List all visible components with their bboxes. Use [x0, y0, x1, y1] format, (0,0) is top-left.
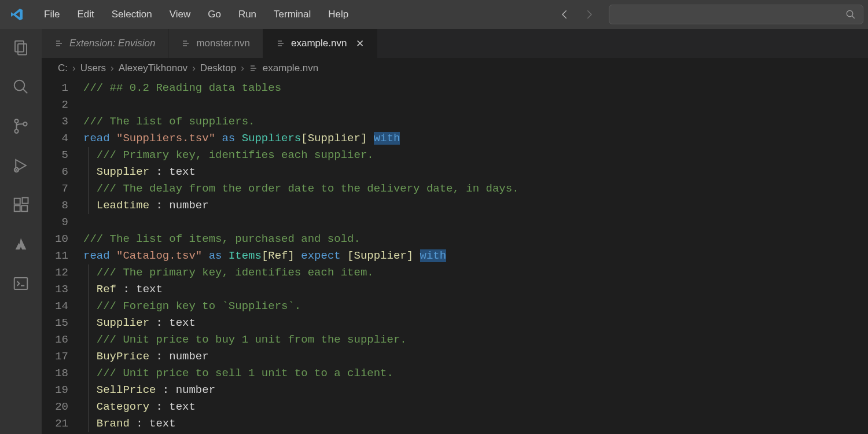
- breadcrumb-segment[interactable]: C:: [58, 62, 68, 74]
- atlassian-icon[interactable]: [9, 233, 32, 256]
- line-number: 19: [42, 382, 68, 399]
- code-line[interactable]: /// Primary key, identifies each supplie…: [83, 147, 868, 164]
- menu-item-run[interactable]: Run: [230, 5, 264, 24]
- breadcrumb-segment[interactable]: Desktop: [200, 62, 236, 74]
- svg-point-6: [23, 122, 27, 126]
- code-line[interactable]: Supplier : text: [83, 164, 868, 181]
- tab-extension-envision[interactable]: Extension: Envision: [42, 29, 168, 58]
- token-kw: read: [83, 132, 116, 145]
- code-line[interactable]: SellPrice : number: [83, 382, 868, 399]
- token-plain: : text: [116, 283, 163, 296]
- source-control-icon[interactable]: [9, 115, 32, 138]
- token-kw: as: [202, 249, 229, 262]
- explorer-icon[interactable]: [9, 36, 32, 59]
- code-line[interactable]: [83, 214, 868, 231]
- code-line[interactable]: /// The list of items, purchased and sol…: [83, 231, 868, 248]
- nav-back-button[interactable]: [559, 9, 572, 20]
- indent-guide: [88, 382, 89, 399]
- menu-item-selection[interactable]: Selection: [104, 5, 160, 24]
- token-kw-sel: with: [420, 249, 447, 262]
- breadcrumb-segment[interactable]: AlexeyTikhonov: [119, 62, 187, 74]
- code-line[interactable]: BuyPrice : number: [83, 348, 868, 365]
- code-content[interactable]: /// ## 0.2 Reading data tables/// The li…: [83, 80, 868, 434]
- code-line[interactable]: Supplier : text: [83, 315, 868, 332]
- search-icon[interactable]: [9, 75, 32, 98]
- code-line[interactable]: read "Catalog.tsv" as Items[Ref] expect …: [83, 248, 868, 264]
- title-bar: FileEditSelectionViewGoRunTerminalHelp: [0, 0, 868, 29]
- code-line[interactable]: /// Foreign key to `Suppliers`.: [83, 298, 868, 315]
- tab-example-nvn[interactable]: example.nvn✕: [263, 29, 377, 58]
- token-id: Brand: [97, 417, 130, 430]
- token-plain: : number: [149, 350, 209, 363]
- editor-tabs: Extension: Envisionmonster.nvnexample.nv…: [42, 29, 868, 58]
- line-number: 15: [42, 315, 68, 332]
- code-line[interactable]: /// The list of suppliers.: [83, 113, 868, 130]
- token-comment: /// The delay from the order date to the…: [97, 182, 519, 195]
- code-editor[interactable]: 123456789101112131415161718192021 /// ##…: [42, 79, 868, 434]
- breadcrumb-segment[interactable]: Users: [80, 62, 106, 74]
- indent-guide: [88, 348, 89, 365]
- line-number: 16: [42, 332, 68, 348]
- run-debug-icon[interactable]: [9, 154, 32, 177]
- menu-item-view[interactable]: View: [161, 5, 199, 24]
- code-line[interactable]: Leadtime : number: [83, 197, 868, 214]
- line-number: 21: [42, 415, 68, 432]
- code-line[interactable]: Ref : text: [83, 281, 868, 298]
- code-line[interactable]: /// ## 0.2 Reading data tables: [83, 80, 868, 97]
- menu-item-help[interactable]: Help: [320, 5, 356, 24]
- token-plain: : number: [149, 199, 209, 212]
- token-plain: : text: [130, 417, 176, 430]
- extensions-icon[interactable]: [9, 193, 32, 216]
- code-line[interactable]: /// The primary key, identifies each ite…: [83, 264, 868, 281]
- menu-item-edit[interactable]: Edit: [69, 5, 102, 24]
- token-kw-sel: with: [374, 132, 400, 145]
- code-line[interactable]: read "Suppliers.tsv" as Suppliers[Suppli…: [83, 130, 868, 147]
- code-line[interactable]: Category : text: [83, 399, 868, 415]
- terminal-panel-icon[interactable]: [9, 272, 32, 295]
- menu-item-terminal[interactable]: Terminal: [266, 5, 319, 24]
- close-icon[interactable]: ✕: [356, 38, 364, 50]
- code-line[interactable]: [83, 97, 868, 113]
- breadcrumb[interactable]: C:›Users›AlexeyTikhonov›Desktop›example.…: [42, 58, 868, 79]
- token-comment: /// The list of items, purchased and sol…: [83, 233, 361, 245]
- svg-rect-11: [23, 198, 28, 204]
- code-line[interactable]: Brand : text: [83, 415, 868, 432]
- token-str: "Catalog.tsv": [116, 249, 202, 262]
- file-list-icon: [54, 39, 64, 48]
- svg-point-4: [14, 119, 18, 123]
- menu-item-file[interactable]: File: [36, 5, 68, 24]
- code-line[interactable]: /// Unit price to buy 1 unit from the su…: [83, 332, 868, 348]
- line-number: 20: [42, 399, 68, 415]
- svg-rect-2: [18, 44, 27, 55]
- token-comment: /// The list of suppliers.: [83, 115, 255, 128]
- tab-monster-nvn[interactable]: monster.nvn: [168, 29, 263, 58]
- indent-guide: [88, 264, 89, 281]
- menu-item-go[interactable]: Go: [200, 5, 229, 24]
- token-plain: : number: [156, 384, 215, 396]
- line-number: 6: [42, 164, 68, 181]
- indent-guide: [88, 197, 89, 214]
- chevron-right-icon: ›: [70, 62, 78, 74]
- command-search-input[interactable]: [609, 5, 863, 24]
- token-comment: /// Unit price to sell 1 unit to to a cl…: [97, 367, 393, 380]
- token-comment: /// ## 0.2 Reading data tables: [83, 82, 281, 94]
- code-line[interactable]: /// Unit price to sell 1 unit to to a cl…: [83, 365, 868, 382]
- nav-forward-button[interactable]: [582, 9, 595, 20]
- svg-rect-9: [14, 205, 20, 211]
- vscode-logo-icon: [8, 6, 25, 23]
- svg-point-0: [847, 10, 853, 17]
- breadcrumb-segment[interactable]: example.nvn: [263, 62, 318, 74]
- indent-guide: [88, 399, 89, 415]
- token-type: Items: [229, 249, 262, 262]
- file-list-icon: [276, 39, 285, 48]
- token-typebracket: [Supplier]: [347, 249, 413, 262]
- token-plain: : text: [149, 165, 196, 178]
- svg-rect-8: [14, 198, 20, 204]
- nav-arrows: [559, 9, 595, 20]
- token-str: "Suppliers.tsv": [116, 132, 215, 145]
- line-number: 17: [42, 348, 68, 365]
- file-list-icon: [249, 64, 258, 73]
- token-plain: : text: [149, 317, 196, 329]
- code-line[interactable]: /// The delay from the order date to the…: [83, 181, 868, 197]
- indent-guide: [88, 164, 89, 181]
